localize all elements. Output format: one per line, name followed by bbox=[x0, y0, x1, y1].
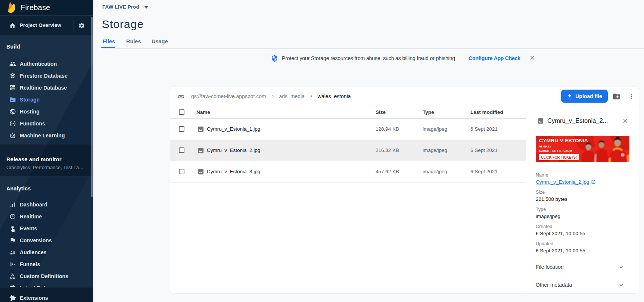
project-overview-row[interactable]: Project Overview bbox=[0, 16, 93, 35]
field-name: Name Cymru_v_Estonia_2.jpg bbox=[536, 172, 596, 185]
gear-icon[interactable] bbox=[78, 22, 85, 29]
create-folder-icon[interactable] bbox=[612, 92, 621, 101]
configure-app-check-link[interactable]: Configure App Check bbox=[469, 49, 520, 68]
sidebar-item-machine-learning[interactable]: Machine Learning bbox=[0, 130, 93, 141]
functions-icon bbox=[9, 120, 16, 127]
sidebar-scrollbar[interactable] bbox=[91, 17, 93, 197]
preview-venue-text: CARDIFF CITY STADIUM bbox=[539, 149, 572, 153]
table-header: Name Size Type Last modified bbox=[170, 106, 526, 119]
shield-icon bbox=[271, 55, 278, 62]
clock-icon bbox=[9, 213, 16, 220]
sidebar-item-firestore[interactable]: Firestore Database bbox=[0, 70, 93, 82]
table-row[interactable]: Cymru_v_Estonia_3.jpg 457.62 KB image/jp… bbox=[170, 161, 526, 183]
sidebar-item-realtime-database[interactable]: Realtime Database bbox=[0, 82, 93, 94]
file-type: image/jpeg bbox=[423, 140, 447, 161]
row-checkbox[interactable] bbox=[179, 147, 184, 153]
panel-close-icon[interactable] bbox=[622, 118, 629, 124]
other-metadata-expander[interactable]: Other metadata bbox=[526, 276, 640, 294]
file-size: 120.94 KB bbox=[376, 119, 399, 140]
table-row[interactable]: Cymru_v_Estonia_1.jpg 120.94 KB image/jp… bbox=[170, 119, 526, 140]
sidebar-item-dashboard[interactable]: Dashboard bbox=[0, 199, 93, 211]
section-label-build: Build bbox=[6, 44, 20, 50]
banner-close-icon[interactable] bbox=[529, 55, 536, 61]
column-header-type[interactable]: Type bbox=[423, 106, 434, 119]
project-selector[interactable]: FAW LIVE Prod bbox=[102, 3, 149, 11]
page-title: Storage bbox=[102, 18, 144, 31]
sidebar-item-label: Latest Release bbox=[20, 282, 57, 287]
file-name-link[interactable]: Cymru_v_Estonia_2.jpg bbox=[536, 179, 589, 185]
main-content: FAW LIVE Prod Storage Files Rules Usage … bbox=[93, 0, 644, 302]
sidebar-item-extensions[interactable]: Extensions bbox=[0, 292, 93, 302]
file-name[interactable]: Cymru_v_Estonia_1.jpg bbox=[207, 119, 260, 140]
table-row-selected[interactable]: Cymru_v_Estonia_2.jpg 216.32 KB image/jp… bbox=[170, 140, 526, 161]
more-vert-icon[interactable] bbox=[628, 93, 635, 100]
file-type: image/jpeg bbox=[423, 119, 447, 140]
app-check-banner: Protect your Storage resources from abus… bbox=[93, 49, 644, 68]
preview-date-text: 08.09.21 bbox=[539, 145, 551, 148]
image-preview[interactable]: CYMRU V ESTONIA 08.09.21 CARDIFF CITY ST… bbox=[536, 136, 629, 162]
sidebar-item-functions[interactable]: Functions bbox=[0, 118, 93, 130]
funnel-bars-icon bbox=[9, 261, 16, 268]
sidebar-item-label: Conversions bbox=[20, 234, 52, 246]
storage-folder-icon bbox=[9, 96, 16, 103]
upload-file-button[interactable]: Upload file bbox=[561, 90, 608, 103]
extensions-bar: Extensions bbox=[0, 287, 93, 302]
firebase-header: Firebase bbox=[0, 0, 93, 16]
banner-text: Protect your Storage resources from abus… bbox=[282, 49, 455, 68]
field-label: Created bbox=[536, 224, 585, 230]
robot-icon bbox=[9, 132, 16, 139]
breadcrumb-folder[interactable]: ads_media bbox=[279, 93, 305, 99]
column-header-name[interactable]: Name bbox=[196, 106, 210, 119]
sidebar-item-realtime[interactable]: Realtime bbox=[0, 211, 93, 222]
sidebar-item-hosting[interactable]: Hosting bbox=[0, 106, 93, 118]
breadcrumb-bucket[interactable]: gs://faw-comet-live.appspot.com bbox=[191, 93, 266, 99]
field-type: Type image/jpeg bbox=[536, 207, 560, 220]
sidebar-item-label: Extensions bbox=[20, 292, 48, 302]
release-and-monitor-section[interactable]: Release and monitor Crashlytics, Perform… bbox=[0, 144, 93, 177]
sidebar-item-latest-release[interactable]: Latest Release bbox=[0, 282, 93, 287]
field-value: image/jpeg bbox=[536, 213, 560, 220]
tab-files[interactable]: Files bbox=[103, 35, 115, 47]
field-value: 6 Sept 2021, 10:00:55 bbox=[536, 247, 585, 254]
chevron-right-icon bbox=[271, 94, 274, 98]
sidebar-item-authentication[interactable]: Authentication bbox=[0, 58, 93, 70]
file-location-expander[interactable]: File location bbox=[526, 258, 640, 276]
file-name[interactable]: Cymru_v_Estonia_2.jpg bbox=[207, 140, 260, 161]
image-file-icon bbox=[537, 118, 544, 124]
row-checkbox[interactable] bbox=[179, 169, 184, 174]
sidebar-item-label: Realtime Database bbox=[20, 82, 67, 94]
people-icon bbox=[9, 60, 16, 67]
sidebar-item-label: Events bbox=[20, 222, 37, 234]
sidebar-item-conversions[interactable]: Conversions bbox=[0, 234, 93, 246]
sidebar-item-events[interactable]: Events bbox=[0, 222, 93, 234]
sidebar-item-label: Dashboard bbox=[20, 199, 47, 211]
image-file-icon bbox=[197, 168, 204, 175]
open-in-new-icon[interactable] bbox=[591, 180, 596, 184]
tab-rules[interactable]: Rules bbox=[126, 35, 141, 47]
row-checkbox[interactable] bbox=[179, 126, 184, 132]
sidebar-item-storage[interactable]: Storage bbox=[0, 94, 93, 106]
sidebar-item-funnels[interactable]: Funnels bbox=[0, 258, 93, 270]
release-subtitle: Crashlytics, Performance, Test La… bbox=[6, 165, 84, 170]
sidebar-item-audiences[interactable]: Audiences bbox=[0, 246, 93, 258]
column-header-modified[interactable]: Last modified bbox=[470, 106, 503, 119]
project-overview-label: Project Overview bbox=[20, 16, 61, 35]
bar-chart-icon bbox=[9, 201, 16, 208]
sidebar-item-label: Firestore Database bbox=[20, 70, 68, 82]
sidebar-item-label: Custom Definitions bbox=[20, 270, 68, 282]
expander-label: File location bbox=[536, 258, 564, 276]
column-header-size[interactable]: Size bbox=[376, 106, 386, 119]
flag-icon bbox=[9, 237, 16, 244]
preview-cta-text: CLICK FOR TICKETS! bbox=[541, 155, 577, 159]
breadcrumb-current: wales_estonia bbox=[318, 93, 351, 99]
upload-icon bbox=[567, 93, 573, 99]
field-value: 6 Sept 2021, 10:00:55 bbox=[536, 230, 585, 237]
select-all-checkbox[interactable] bbox=[179, 109, 184, 115]
field-size: Size 221,508 bytes bbox=[536, 190, 567, 202]
file-name[interactable]: Cymru_v_Estonia_3.jpg bbox=[207, 161, 260, 182]
sidebar-nav: Build Authentication Firestore Database … bbox=[0, 36, 93, 287]
sidebar-item-custom-definitions[interactable]: Custom Definitions bbox=[0, 270, 93, 282]
tab-usage[interactable]: Usage bbox=[152, 35, 168, 47]
expander-label: Other metadata bbox=[536, 276, 572, 294]
file-modified: 6 Sept 2021 bbox=[470, 119, 498, 140]
